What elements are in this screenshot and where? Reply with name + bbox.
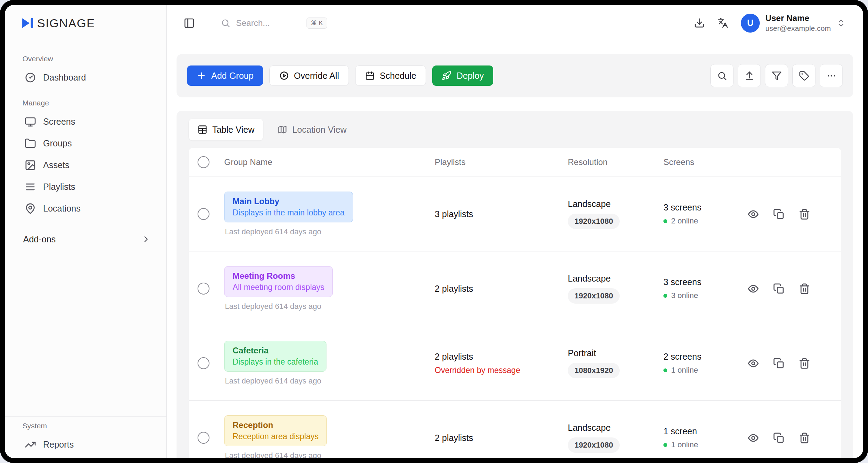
copy-icon bbox=[773, 432, 785, 444]
download-icon bbox=[694, 18, 705, 28]
group-actions-toolbar: Add Group Override All Schedule Dep bbox=[177, 54, 853, 97]
duplicate-button[interactable] bbox=[773, 208, 785, 220]
brand-name: SIGNAGE bbox=[37, 16, 95, 30]
sidebar-item-groups[interactable]: Groups bbox=[5, 132, 166, 154]
sidebar-item-addons[interactable]: Add-ons bbox=[5, 228, 166, 250]
deploy-label: Deploy bbox=[456, 71, 484, 81]
addons-label: Add-ons bbox=[23, 234, 56, 244]
override-all-button[interactable]: Override All bbox=[269, 65, 349, 86]
user-menu[interactable]: U User Name user@example.com bbox=[741, 13, 846, 33]
duplicate-button[interactable] bbox=[773, 283, 785, 295]
trash-icon bbox=[799, 432, 810, 444]
row-actions bbox=[742, 208, 841, 220]
delete-button[interactable] bbox=[799, 358, 810, 369]
view-button[interactable] bbox=[748, 208, 759, 220]
map-pin-icon bbox=[25, 203, 36, 214]
chevron-right-icon bbox=[141, 234, 151, 244]
download-button[interactable] bbox=[694, 18, 705, 28]
row-actions bbox=[742, 358, 841, 369]
view-button[interactable] bbox=[748, 283, 759, 295]
group-name-cell: Cafeteria Displays in the cafeteria Last… bbox=[218, 341, 429, 386]
duplicate-button[interactable] bbox=[773, 432, 785, 444]
view-button[interactable] bbox=[748, 358, 759, 369]
tags-button[interactable] bbox=[792, 64, 815, 87]
user-info: User Name user@example.com bbox=[765, 13, 831, 33]
online-count: 2 online bbox=[671, 216, 698, 226]
group-badge[interactable]: Meeting Rooms All meeting room displays bbox=[224, 266, 333, 297]
tab-table-view[interactable]: Table View bbox=[189, 119, 263, 140]
sidebar-item-label: Dashboard bbox=[43, 72, 86, 83]
filter-button[interactable] bbox=[765, 64, 788, 87]
screens-count: 1 screen bbox=[663, 426, 742, 436]
search-icon bbox=[717, 71, 727, 81]
delete-button[interactable] bbox=[799, 432, 810, 444]
group-description: Displays in the cafeteria bbox=[233, 357, 318, 367]
online-count: 1 online bbox=[671, 440, 698, 449]
orientation-text: Landscape bbox=[568, 423, 657, 433]
main-area: ⌘ K U User Name user@example.com bbox=[167, 5, 863, 458]
group-name-cell: Meeting Rooms All meeting room displays … bbox=[218, 266, 429, 311]
last-deployed-text: Last deployed 614 days ago bbox=[224, 451, 321, 458]
column-header-screens: Screens bbox=[657, 157, 742, 167]
add-group-label: Add Group bbox=[211, 71, 254, 81]
group-badge[interactable]: Main Lobby Displays in the main lobby ar… bbox=[224, 192, 353, 222]
duplicate-button[interactable] bbox=[773, 358, 785, 369]
eye-icon bbox=[748, 208, 759, 220]
add-group-button[interactable]: Add Group bbox=[187, 65, 263, 86]
resolution-cell: Landscape 1920x1080 bbox=[562, 199, 657, 229]
sidebar-section-label: Overview bbox=[5, 55, 166, 63]
search-input[interactable] bbox=[236, 18, 301, 28]
row-checkbox[interactable] bbox=[198, 208, 209, 220]
group-badge[interactable]: Reception Reception area displays bbox=[224, 415, 327, 446]
sidebar-item-locations[interactable]: Locations bbox=[5, 198, 166, 219]
sidebar-toggle-button[interactable] bbox=[179, 13, 199, 33]
sidebar-item-dashboard[interactable]: Dashboard bbox=[5, 67, 166, 88]
rocket-icon bbox=[442, 71, 452, 81]
row-checkbox[interactable] bbox=[198, 357, 209, 369]
sidebar-item-label: Locations bbox=[43, 203, 81, 214]
group-name-cell: Main Lobby Displays in the main lobby ar… bbox=[218, 192, 429, 236]
language-button[interactable] bbox=[717, 18, 728, 28]
view-button[interactable] bbox=[748, 432, 759, 444]
group-badge[interactable]: Cafeteria Displays in the cafeteria bbox=[224, 341, 326, 372]
search-shortcut-badge: ⌘ K bbox=[306, 18, 327, 29]
delete-button[interactable] bbox=[799, 283, 810, 295]
group-title: Reception bbox=[233, 420, 318, 430]
global-search[interactable]: ⌘ K bbox=[221, 18, 327, 29]
delete-button[interactable] bbox=[799, 208, 810, 220]
screens-count: 3 screens bbox=[663, 277, 742, 287]
app-frame: SIGNAGE Overview Dashboard Manage Screen… bbox=[0, 0, 868, 463]
sort-button[interactable] bbox=[738, 64, 761, 87]
row-checkbox[interactable] bbox=[198, 283, 209, 295]
sidebar-item-reports[interactable]: Reports bbox=[5, 434, 166, 455]
tab-location-view[interactable]: Location View bbox=[269, 119, 355, 140]
schedule-button[interactable]: Schedule bbox=[355, 65, 426, 86]
select-all-checkbox[interactable] bbox=[198, 156, 209, 168]
resolution-badge: 1920x1080 bbox=[568, 288, 620, 304]
sidebar-item-label: Screens bbox=[43, 117, 75, 127]
toolbar-buttons: Add Group Override All Schedule Dep bbox=[187, 65, 493, 86]
sidebar-section-label: System bbox=[5, 422, 166, 430]
tab-location-view-label: Location View bbox=[292, 125, 346, 135]
deploy-button[interactable]: Deploy bbox=[432, 65, 493, 86]
resolution-cell: Landscape 1920x1080 bbox=[562, 423, 657, 453]
sidebar-item-playlists[interactable]: Playlists bbox=[5, 176, 166, 198]
search-icon bbox=[221, 18, 230, 28]
avatar: U bbox=[741, 14, 760, 33]
sidebar-section-system: System Reports bbox=[5, 416, 166, 458]
more-options-button[interactable] bbox=[820, 64, 843, 87]
override-status: Overridden by message bbox=[435, 366, 562, 375]
online-count: 1 online bbox=[671, 366, 698, 375]
sidebar-item-assets[interactable]: Assets bbox=[5, 154, 166, 176]
sidebar-item-screens[interactable]: Screens bbox=[5, 111, 166, 132]
group-description: Displays in the main lobby area bbox=[233, 208, 345, 217]
online-count: 3 online bbox=[671, 291, 698, 300]
search-groups-button[interactable] bbox=[710, 64, 733, 87]
eye-icon bbox=[748, 432, 759, 444]
orientation-text: Landscape bbox=[568, 274, 657, 284]
user-email: user@example.com bbox=[765, 24, 831, 33]
table-row: Main Lobby Displays in the main lobby ar… bbox=[189, 177, 841, 251]
orientation-text: Landscape bbox=[568, 199, 657, 209]
brand-logo[interactable]: SIGNAGE bbox=[5, 5, 166, 41]
row-checkbox[interactable] bbox=[198, 432, 209, 444]
